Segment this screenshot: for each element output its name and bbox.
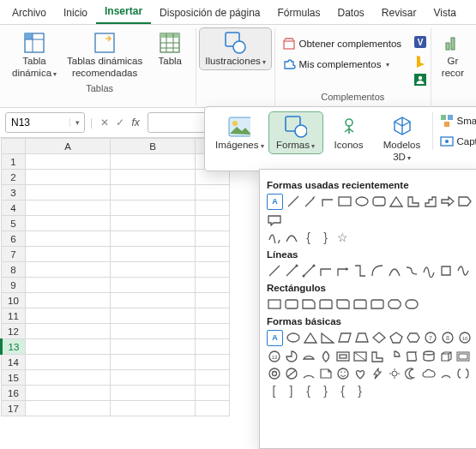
row-header[interactable]: 9: [2, 278, 26, 293]
models3d-button[interactable]: Modelos 3D: [376, 112, 429, 165]
bshape-plaque[interactable]: [404, 349, 419, 363]
rect-6[interactable]: [352, 296, 367, 311]
col-header-A[interactable]: A: [26, 139, 111, 154]
bshape-tear[interactable]: [318, 349, 333, 363]
bshape-textbox[interactable]: A: [267, 330, 283, 346]
get-addins-button[interactable]: Obtener complementos: [279, 35, 406, 52]
bshape-oct[interactable]: 8: [440, 330, 455, 344]
row-header[interactable]: 1: [2, 154, 26, 170]
bshape-bolt[interactable]: [370, 366, 384, 380]
bshape-bevel[interactable]: [455, 349, 470, 363]
bshape-cube[interactable]: [438, 349, 453, 363]
line-1[interactable]: [267, 263, 281, 278]
name-box-dropdown[interactable]: ▾: [69, 118, 84, 127]
shape-pentagon[interactable]: [457, 194, 472, 208]
bshape-para[interactable]: [337, 330, 352, 344]
bshape-smile[interactable]: [335, 366, 350, 380]
row-header[interactable]: 2: [2, 170, 26, 185]
rect-8[interactable]: [387, 296, 401, 311]
shape-arrow-right[interactable]: [440, 194, 455, 208]
tab-revisar[interactable]: Revisar: [373, 3, 425, 24]
line-elbow[interactable]: [318, 263, 333, 278]
row-header[interactable]: 5: [2, 216, 26, 231]
bshape-oval[interactable]: [286, 330, 300, 344]
rect-7[interactable]: [370, 296, 384, 311]
bshape-noentry[interactable]: [284, 366, 298, 380]
line-free2[interactable]: [438, 263, 453, 278]
bshape-hept[interactable]: 7: [423, 330, 437, 344]
line-elbow2[interactable]: [335, 263, 350, 278]
bshape-dec[interactable]: 10: [457, 330, 472, 344]
bshape-arc2[interactable]: [438, 366, 453, 380]
rect-4[interactable]: [318, 296, 333, 311]
table-button[interactable]: Tabla: [148, 28, 192, 81]
tab-archivo[interactable]: Archivo: [3, 3, 55, 24]
row-header[interactable]: 12: [2, 324, 26, 339]
line-s[interactable]: [404, 263, 419, 278]
name-box-input[interactable]: [6, 117, 69, 129]
rect-9[interactable]: [404, 296, 419, 311]
illustrations-button[interactable]: Ilustraciones: [200, 28, 271, 69]
cancel-formula-button[interactable]: ✕: [98, 117, 111, 129]
line-curve2[interactable]: [387, 263, 401, 278]
bshape-donut[interactable]: [267, 366, 281, 380]
tab-datos[interactable]: Datos: [329, 3, 373, 24]
charts-button-stub[interactable]: Grrecor: [437, 28, 469, 81]
line-curve1[interactable]: [370, 263, 384, 278]
bshape-brc-r2[interactable]: }: [318, 383, 333, 398]
bshape-pentagon[interactable]: [389, 330, 403, 344]
row-header[interactable]: 10: [2, 293, 26, 308]
bshape-frame[interactable]: [335, 349, 350, 363]
row-header[interactable]: 7: [2, 247, 26, 262]
name-box[interactable]: ▾: [5, 112, 85, 133]
shape-textbox[interactable]: A: [267, 194, 283, 210]
shape-brace-l[interactable]: {: [301, 230, 316, 244]
tab-formulas[interactable]: Fórmulas: [268, 3, 328, 24]
visio-icon[interactable]: V: [413, 35, 427, 49]
bshape-brk-l[interactable]: [: [267, 383, 281, 398]
bshape-heart[interactable]: [352, 366, 367, 380]
shape-star[interactable]: ☆: [335, 230, 350, 244]
bshape-hex[interactable]: [406, 330, 420, 344]
bshape-cyl[interactable]: [421, 349, 436, 363]
shape-elbow[interactable]: [320, 194, 334, 208]
line-elbow3[interactable]: [352, 263, 367, 278]
tab-insertar[interactable]: Insertar: [96, 2, 151, 24]
rect-3[interactable]: [301, 296, 316, 311]
row-header[interactable]: 3: [2, 185, 26, 201]
col-header-B[interactable]: B: [111, 139, 196, 154]
tab-inicio[interactable]: Inicio: [55, 3, 96, 24]
bing-icon[interactable]: [413, 54, 427, 68]
row-header[interactable]: 4: [2, 201, 26, 216]
bshape-sun[interactable]: [387, 366, 401, 380]
shape-roundrect[interactable]: [371, 194, 386, 208]
bshape-chord[interactable]: [301, 349, 316, 363]
rect-2[interactable]: [284, 296, 298, 311]
select-all-corner[interactable]: [2, 139, 26, 154]
screenshot-button[interactable]: Captura: [437, 133, 476, 150]
row-header[interactable]: 16: [2, 386, 26, 401]
accept-formula-button[interactable]: ✓: [113, 117, 127, 129]
images-button[interactable]: Imágenes: [210, 112, 269, 153]
bshape-dodec[interactable]: 12: [267, 349, 281, 363]
row-header[interactable]: 8: [2, 262, 26, 278]
shape-triangle[interactable]: [389, 194, 403, 208]
bshape-cloud[interactable]: [421, 366, 436, 380]
row-header[interactable]: 15: [2, 370, 26, 386]
shapes-button[interactable]: Formas: [269, 112, 322, 153]
bshape-pieslice[interactable]: [387, 349, 401, 363]
rect-5[interactable]: [335, 296, 350, 311]
sheet-table[interactable]: A B C 1 2 3 4 5 6 7 8 9 10 11 12 13 14 1…: [0, 138, 230, 416]
shape-arrow-line[interactable]: [303, 194, 317, 208]
shape-curve[interactable]: [284, 230, 298, 244]
my-addins-button[interactable]: Mis complementos: [279, 56, 406, 73]
bshape-brk-r[interactable]: ]: [284, 383, 298, 398]
shape-oval[interactable]: [354, 194, 369, 208]
shape-scribble[interactable]: [267, 230, 281, 244]
shape-rect[interactable]: [337, 194, 352, 208]
pivot-table-button[interactable]: Tabla dinámica: [7, 28, 62, 81]
bshape-half[interactable]: [352, 349, 367, 363]
bshape-moon[interactable]: [404, 366, 419, 380]
smartart-button[interactable]: SmartArt: [437, 112, 476, 129]
bshape-brc-l2[interactable]: {: [301, 383, 316, 398]
